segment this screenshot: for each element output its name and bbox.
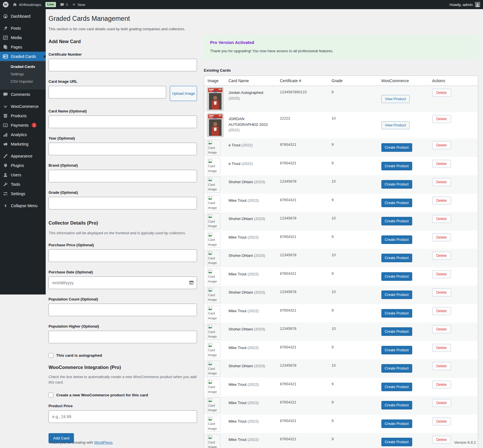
population-count-input[interactable] xyxy=(49,304,197,316)
create-product-button[interactable]: Create Product xyxy=(381,235,412,244)
delete-button[interactable]: Delete xyxy=(432,141,451,149)
grade-value: 10 xyxy=(328,175,378,194)
view-product-button[interactable]: View Product xyxy=(381,95,410,103)
delete-button[interactable]: Delete xyxy=(432,197,451,205)
sidebar-item-label: Collapse Menu xyxy=(11,203,37,208)
certificate-number-input[interactable] xyxy=(49,59,197,71)
sidebar-item-payments[interactable]: $Payments1 xyxy=(0,120,46,130)
live-badge: Live xyxy=(45,2,56,7)
certificate-number: 22222 xyxy=(277,112,328,138)
sidebar-item-woocommerce[interactable]: WWooCommerce xyxy=(0,102,46,111)
population-higher-input[interactable] xyxy=(49,331,197,343)
card-year: (2022) xyxy=(242,162,253,166)
create-product-button[interactable]: Create Product xyxy=(381,272,412,281)
purchase-price-input[interactable] xyxy=(49,249,197,262)
payments-icon: $ xyxy=(3,122,8,128)
create-product-button[interactable]: Create Product xyxy=(381,419,412,428)
card-name: Shohei Ohtani (2023) xyxy=(225,286,277,304)
create-product-button[interactable]: Create Product xyxy=(381,364,412,373)
delete-button[interactable]: Delete xyxy=(432,381,451,389)
delete-button[interactable]: Delete xyxy=(432,344,451,352)
create-product-button[interactable]: Create Product xyxy=(381,346,412,354)
delete-button[interactable]: Delete xyxy=(432,115,451,123)
create-product-button[interactable]: Create Product xyxy=(381,309,412,318)
sidebar-item-graded-cards[interactable]: Graded Cards xyxy=(0,52,46,61)
sidebar-item-pages[interactable]: Pages xyxy=(0,42,46,52)
id-card-icon xyxy=(3,54,8,59)
woocommerce-cell: Create Product xyxy=(378,267,429,286)
delete-button[interactable]: Delete xyxy=(432,325,451,333)
create-product-button[interactable]: Create Product xyxy=(381,383,412,391)
create-product-button[interactable]: Create Product xyxy=(381,217,412,225)
sidebar-item-settings[interactable]: Settings xyxy=(0,189,46,198)
delete-button[interactable]: Delete xyxy=(432,89,451,97)
site-name-link[interactable]: 404heatmaps xyxy=(13,2,41,7)
create-product-button[interactable]: Create Product xyxy=(381,162,412,170)
sidebar-item-plugins[interactable]: Plugins xyxy=(0,161,46,170)
create-woocommerce-product-label: Create a new WooCommerce product for thi… xyxy=(56,393,148,397)
create-product-button[interactable]: Create Product xyxy=(381,438,412,446)
view-product-button[interactable]: View Product xyxy=(381,121,410,129)
product-price-input[interactable] xyxy=(49,410,197,423)
grade-value: 10 xyxy=(328,322,378,341)
sidebar-item-analytics[interactable]: Analytics xyxy=(0,130,46,139)
table-row: Card ImageMike Trout (2022)876543219Crea… xyxy=(204,378,478,396)
create-product-button[interactable]: Create Product xyxy=(381,180,412,189)
card-thumbnail-image xyxy=(207,87,224,111)
sidebar-item-collapse[interactable]: Collapse Menu xyxy=(0,201,46,210)
create-product-button[interactable]: Create Product xyxy=(381,199,412,207)
upload-image-button[interactable]: Upload Image xyxy=(170,86,197,101)
comments-bubble-button[interactable]: 0 xyxy=(60,3,68,7)
delete-button[interactable]: Delete xyxy=(432,417,451,425)
sidebar-item-tools[interactable]: Tools xyxy=(0,179,46,189)
sidebar-item-marketing[interactable]: Marketing xyxy=(0,139,46,149)
purchase-date-input[interactable] xyxy=(49,277,197,289)
create-woocommerce-product-checkbox[interactable] xyxy=(49,393,53,397)
sidebar-item-comments[interactable]: Comments xyxy=(0,90,46,99)
brand-input[interactable] xyxy=(49,170,197,182)
sidebar-item-media[interactable]: Media xyxy=(0,33,46,42)
delete-button[interactable]: Delete xyxy=(432,270,451,278)
new-content-button[interactable]: New xyxy=(72,3,85,7)
sidebar-item-dashboard[interactable]: Dashboard xyxy=(0,11,46,21)
autographed-checkbox[interactable] xyxy=(49,353,53,358)
analytics-icon xyxy=(3,132,8,138)
create-product-button[interactable]: Create Product xyxy=(381,401,412,409)
wordpress-link[interactable]: WordPress xyxy=(94,440,112,445)
delete-button[interactable]: Delete xyxy=(432,178,451,186)
delete-button[interactable]: Delete xyxy=(432,399,451,407)
existing-cards-panel: Pro Version Activated Thank you for upgr… xyxy=(204,9,478,448)
actions-cell: Delete xyxy=(429,267,478,286)
year-input[interactable] xyxy=(49,143,197,155)
card-name-input[interactable] xyxy=(49,116,197,128)
delete-button[interactable]: Delete xyxy=(432,160,451,168)
card-image-url-input[interactable] xyxy=(49,86,166,98)
create-product-button[interactable]: Create Product xyxy=(381,327,412,336)
create-product-button[interactable]: Create Product xyxy=(381,143,412,152)
delete-button[interactable]: Delete xyxy=(432,233,451,241)
sidebar-item-products[interactable]: Products xyxy=(0,111,46,120)
sidebar-item-appearance[interactable]: Appearance xyxy=(0,151,46,161)
delete-button[interactable]: Delete xyxy=(432,362,451,370)
delete-button[interactable]: Delete xyxy=(432,288,451,296)
sidebar-item-posts[interactable]: Posts xyxy=(0,23,46,33)
products-icon xyxy=(3,113,8,119)
table-row: Card ImageShohei Ohtani (2023)1234567810… xyxy=(204,212,478,231)
card-name: Mike Trout (2022) xyxy=(225,378,277,396)
delete-button[interactable]: Delete xyxy=(432,215,451,223)
sidebar-item-users[interactable]: Users xyxy=(0,170,46,179)
submenu-item-settings[interactable]: Settings xyxy=(0,70,46,78)
calendar-icon[interactable] xyxy=(189,280,194,286)
wordpress-logo-icon[interactable]: W xyxy=(3,2,9,7)
create-product-button[interactable]: Create Product xyxy=(381,290,412,299)
delete-button[interactable]: Delete xyxy=(432,252,451,260)
submenu-item-csv-importer[interactable]: CSV Importer xyxy=(0,78,46,85)
account-menu[interactable]: Howdy, admin xyxy=(450,2,480,7)
grade-input[interactable] xyxy=(49,197,197,209)
delete-button[interactable]: Delete xyxy=(432,307,451,315)
create-product-button[interactable]: Create Product xyxy=(381,254,412,262)
card-year: (2020) xyxy=(229,96,240,100)
card-year: (2023) xyxy=(254,217,265,221)
submenu-item-graded-cards[interactable]: Graded Cards xyxy=(0,63,46,70)
delete-button[interactable]: Delete xyxy=(432,436,451,444)
